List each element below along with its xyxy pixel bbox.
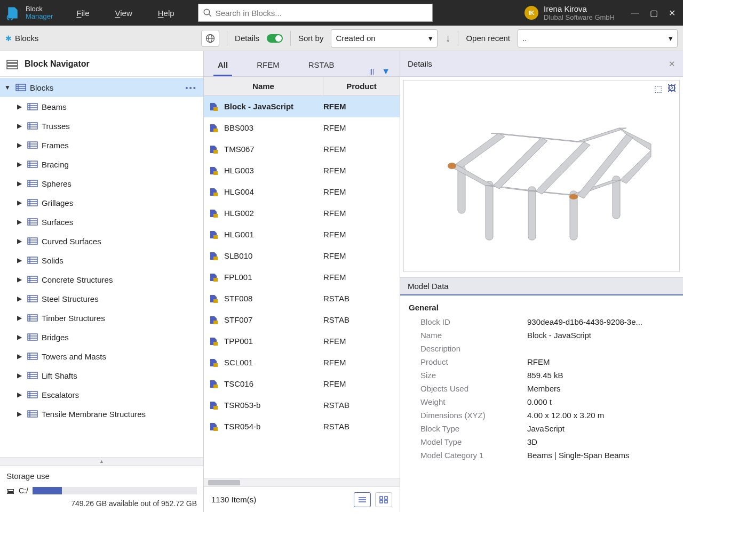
- block-icon: [206, 102, 221, 111]
- table-row[interactable]: SLB010RFEM: [204, 245, 400, 267]
- table-body[interactable]: Block - JavaScriptRFEMBBS003RFEMTMS067RF…: [204, 96, 400, 478]
- table-row[interactable]: HLG002RFEM: [204, 203, 400, 224]
- properties-list[interactable]: General Block ID930dea49-d1b6-4436-9208-…: [400, 295, 683, 512]
- tree-item[interactable]: ▶Grillages: [0, 193, 203, 212]
- minimize-button[interactable]: —: [631, 8, 639, 18]
- tree-item[interactable]: ▶Bracing: [0, 155, 203, 174]
- tree-item[interactable]: ▶Towers and Masts: [0, 347, 203, 366]
- navigator-title: Block Navigator: [25, 59, 90, 69]
- tree-item[interactable]: ▶Escalators: [0, 385, 203, 404]
- tree-item[interactable]: ▶Tensile Membrane Structures: [0, 404, 203, 423]
- tab-rfem[interactable]: RFEM: [252, 55, 284, 76]
- table-row[interactable]: TSC016RFEM: [204, 373, 400, 395]
- user-block[interactable]: IK Irena Kirova Dlubal Software GmbH: [512, 4, 615, 21]
- search-box[interactable]: [198, 4, 433, 22]
- navigator-panel: Block Navigator ▼Blocks•••▶Beams▶Trusses…: [0, 51, 204, 512]
- table-row[interactable]: HLG004RFEM: [204, 181, 400, 203]
- search-input[interactable]: [216, 9, 428, 18]
- tree-item[interactable]: ▶Steel Structures: [0, 289, 203, 308]
- navigator-tree[interactable]: ▼Blocks•••▶Beams▶Trusses▶Frames▶Bracing▶…: [0, 77, 203, 457]
- svg-rect-104: [486, 181, 493, 240]
- columns-icon[interactable]: ⫼: [368, 67, 376, 76]
- tree-item[interactable]: ▶Timber Structures: [0, 308, 203, 327]
- menu-view[interactable]: View: [115, 9, 132, 18]
- block-icon: [206, 379, 221, 389]
- tree-item[interactable]: ▶Concrete Structures: [0, 270, 203, 289]
- tree-item[interactable]: ▶Spheres: [0, 174, 203, 193]
- language-button[interactable]: [201, 30, 219, 47]
- tab-all[interactable]: All: [213, 55, 232, 76]
- menu-file[interactable]: File: [76, 9, 89, 18]
- app-title: Block Manager: [26, 5, 63, 20]
- block-icon: [206, 187, 221, 197]
- list-panel: All RFEM RSTAB ⫼ ▼ Name Product Block - …: [204, 51, 400, 512]
- svg-rect-57: [28, 315, 37, 321]
- header-product[interactable]: Product: [323, 77, 400, 95]
- table-row[interactable]: BBS003RFEM: [204, 117, 400, 139]
- tree-h-scrollbar[interactable]: ▲: [0, 457, 203, 466]
- table-row[interactable]: HLG003RFEM: [204, 160, 400, 181]
- table-row[interactable]: Block - JavaScriptRFEM: [204, 96, 400, 117]
- avatar: IK: [525, 6, 538, 20]
- tree-item[interactable]: ▶Lift Shafts: [0, 366, 203, 385]
- svg-rect-65: [28, 353, 37, 359]
- tree-item[interactable]: ▶Curved Surfaces: [0, 231, 203, 251]
- header-name[interactable]: Name: [204, 77, 323, 95]
- tree-root[interactable]: ▼Blocks•••: [0, 78, 203, 97]
- tree-item[interactable]: ▶Trusses: [0, 116, 203, 135]
- table-row[interactable]: FPL001RFEM: [204, 267, 400, 288]
- more-icon[interactable]: •••: [185, 83, 197, 92]
- table-row[interactable]: SCL001RFEM: [204, 352, 400, 373]
- property-row: Block TypeJavaScript: [406, 422, 683, 435]
- table-row[interactable]: TSR054-bRSTAB: [204, 416, 400, 437]
- tree-item[interactable]: ▶Frames: [0, 135, 203, 155]
- tree-item[interactable]: ▶Solids: [0, 251, 203, 270]
- svg-rect-53: [28, 295, 37, 302]
- svg-rect-25: [28, 161, 37, 167]
- tree-item[interactable]: ▶Beams: [0, 97, 203, 116]
- svg-marker-117: [456, 133, 505, 167]
- grid-view-button[interactable]: [375, 492, 392, 507]
- svg-rect-105: [528, 187, 536, 240]
- block-icon: [206, 209, 221, 218]
- open-recent-label: Open recent: [466, 34, 510, 43]
- table-row[interactable]: TMS067RFEM: [204, 139, 400, 160]
- svg-point-123: [569, 194, 578, 199]
- sortby-combo[interactable]: Created on▾: [331, 29, 438, 47]
- svg-rect-96: [213, 427, 218, 431]
- cube-icon[interactable]: ⬚: [654, 84, 662, 94]
- tab-rstab[interactable]: RSTAB: [304, 55, 339, 76]
- table-row[interactable]: STF007RSTAB: [204, 309, 400, 331]
- storage-bar: [33, 487, 197, 494]
- open-recent-combo[interactable]: ..▾: [518, 29, 678, 47]
- filter-icon[interactable]: ▼: [382, 67, 390, 76]
- svg-rect-100: [380, 497, 383, 499]
- breadcrumb[interactable]: ✱ Blocks: [5, 34, 38, 43]
- svg-rect-9: [16, 84, 26, 91]
- table-row[interactable]: TSR053-bRSTAB: [204, 395, 400, 416]
- svg-rect-94: [213, 385, 218, 388]
- image-icon[interactable]: 🖼: [667, 84, 676, 94]
- maximize-button[interactable]: ▢: [650, 8, 658, 18]
- list-view-button[interactable]: [354, 492, 371, 507]
- property-row: Block ID930dea49-d1b6-4436-9208-3e...: [406, 315, 683, 329]
- svg-rect-69: [28, 372, 37, 379]
- list-h-scrollbar[interactable]: [204, 478, 400, 486]
- model-preview[interactable]: ⬚ 🖼: [403, 80, 680, 272]
- search-icon: [203, 8, 212, 18]
- svg-rect-86: [213, 214, 218, 218]
- tree-item[interactable]: ▶Surfaces: [0, 212, 203, 231]
- sort-direction-button[interactable]: ↓: [445, 32, 450, 44]
- tree-item[interactable]: ▶Bridges: [0, 327, 203, 347]
- svg-marker-115: [576, 128, 626, 142]
- block-icon: [206, 401, 221, 410]
- close-button[interactable]: ✕: [669, 8, 676, 18]
- table-row[interactable]: STF008RSTAB: [204, 288, 400, 309]
- close-details-button[interactable]: ✕: [669, 59, 676, 69]
- table-row[interactable]: TPP001RFEM: [204, 331, 400, 352]
- menu-help[interactable]: Help: [158, 9, 174, 18]
- details-toggle[interactable]: [267, 34, 283, 43]
- svg-marker-121: [620, 150, 651, 183]
- table-row[interactable]: HLG001RFEM: [204, 224, 400, 245]
- property-row: Model Type3D: [406, 435, 683, 449]
